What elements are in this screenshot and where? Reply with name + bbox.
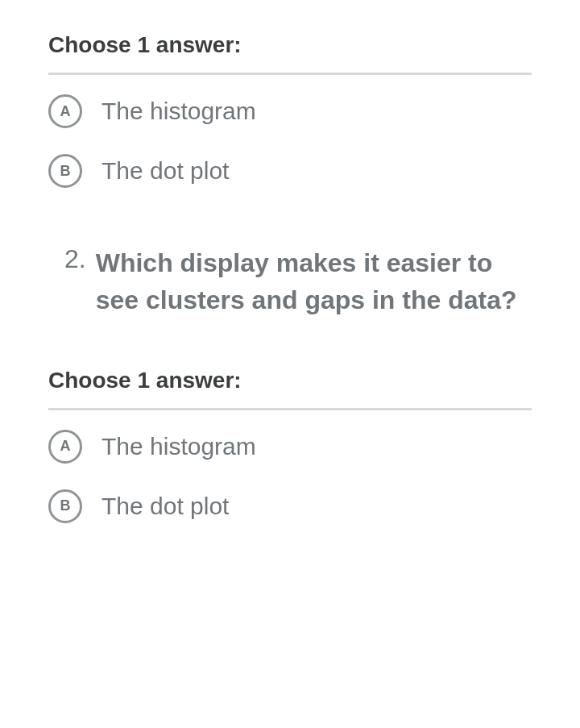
option-b-2[interactable]: B The dot plot [48, 489, 532, 523]
option-label: The histogram [102, 433, 256, 460]
option-label: The histogram [102, 98, 256, 125]
option-a-1[interactable]: A The histogram [48, 94, 532, 128]
option-letter-circle: A [48, 94, 82, 128]
option-letter-circle: A [48, 430, 82, 464]
option-letter-circle: B [48, 489, 82, 523]
question-2-block: 2. Which display makes it easier to see … [48, 244, 532, 319]
question-text: Which display makes it easier to see clu… [96, 244, 532, 319]
option-label: The dot plot [102, 493, 229, 520]
question-number: 2. [64, 244, 86, 319]
option-b-1[interactable]: B The dot plot [48, 154, 532, 188]
choose-answer-prompt-1: Choose 1 answer: [48, 32, 532, 58]
divider-1 [48, 73, 532, 75]
option-a-2[interactable]: A The histogram [48, 430, 532, 464]
option-label: The dot plot [102, 157, 229, 185]
divider-2 [48, 408, 532, 410]
option-letter-circle: B [48, 154, 82, 188]
choose-answer-prompt-2: Choose 1 answer: [48, 368, 532, 393]
